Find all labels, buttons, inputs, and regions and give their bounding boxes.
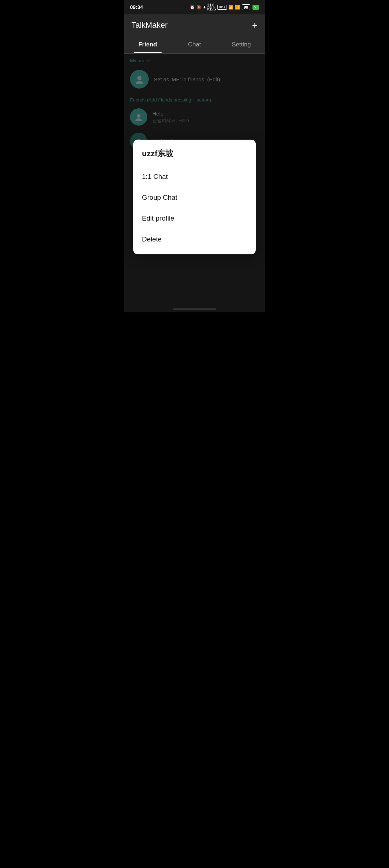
tab-chat[interactable]: Chat <box>171 36 218 53</box>
app-header: TalkMaker + <box>124 14 265 36</box>
battery: 98 <box>242 4 250 10</box>
context-menu-item-editprofile[interactable]: Edit profile <box>142 208 247 229</box>
status-icons: ⏰ 🔕 ✦ 21.0KB/S HD+ 📶 📶 98 <box>190 3 259 11</box>
data-speed: 21.0KB/S <box>207 3 216 11</box>
background-content: My profile Set as 'ME' in friends. (Edit… <box>124 54 265 312</box>
context-menu-item-1on1chat[interactable]: 1:1 Chat <box>142 166 247 187</box>
tab-friend[interactable]: Friend <box>124 36 171 53</box>
bluetooth-icon: ✦ <box>203 5 206 10</box>
context-menu-title: uzzf东坡 <box>142 148 247 166</box>
app-title: TalkMaker <box>131 21 167 30</box>
status-bar: 09:34 ⏰ 🔕 ✦ 21.0KB/S HD+ 📶 📶 98 <box>124 0 265 14</box>
tab-setting[interactable]: Setting <box>218 36 265 53</box>
tab-bar: Friend Chat Setting <box>124 36 265 54</box>
context-menu-item-delete[interactable]: Delete <box>142 229 247 250</box>
signal-icon: 📶 <box>235 5 240 10</box>
mute-icon: 🔕 <box>196 5 201 10</box>
context-menu-item-groupchat[interactable]: Group Chat <box>142 187 247 208</box>
add-button[interactable]: + <box>252 21 258 30</box>
message-notification-icon <box>252 5 259 10</box>
alarm-icon: ⏰ <box>190 5 195 10</box>
context-menu: uzzf东坡 1:1 Chat Group Chat Edit profile … <box>133 140 256 254</box>
hd-badge: HD+ <box>217 5 227 10</box>
svg-rect-0 <box>254 6 258 9</box>
status-time: 09:34 <box>130 4 143 10</box>
wifi-icon: 📶 <box>228 5 233 10</box>
